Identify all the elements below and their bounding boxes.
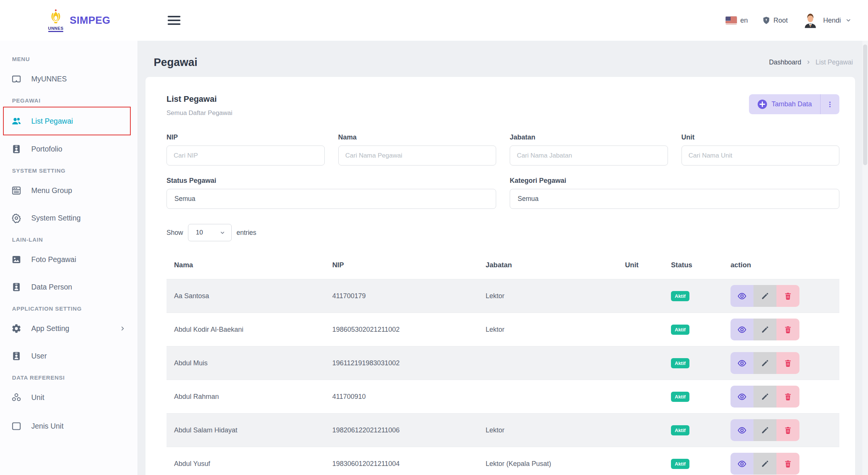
pencil-icon [761,292,769,300]
unnes-logo-motto [48,31,63,32]
role-label: Root [773,17,788,25]
edit-button[interactable] [753,386,776,408]
entries-select[interactable]: 10 [188,224,232,241]
card-title: List Pegawai [167,94,232,104]
unnes-emblem-icon [47,9,64,27]
nip-input[interactable] [167,146,325,165]
sidebar-item-user[interactable]: User [11,347,129,365]
sidebar-item-jenis-unit[interactable]: Jenis Unit [11,417,129,435]
main-content: Pegawai Dashboard List Pegawai List Pega… [138,41,868,475]
select-chevron-icon [220,230,225,236]
status-pegawai-select[interactable]: Semua [167,189,496,209]
tambah-data-button[interactable]: Tambah Data [749,94,820,114]
sidebar-item-menu-group[interactable]: Menu Group [11,181,129,199]
cell-nama: Aa Santosa [167,279,325,313]
pencil-icon [761,359,769,368]
delete-button[interactable] [776,419,799,441]
cell-status: Aktif [663,279,723,313]
sidebar: MENUMyUNNESPEGAWAIList PegawaiPortofolio… [0,41,138,475]
view-button[interactable] [730,453,753,475]
delete-button[interactable] [776,453,799,475]
sidebar-item-label: MyUNNES [31,75,67,83]
sidebar-item-unit[interactable]: Unit [11,388,129,406]
card-subtitle: Semua Daftar Pegawai [167,109,232,117]
cell-jabatan: Lektor [478,279,617,313]
cell-jabatan: Lektor (Kepala Pusat) [478,447,617,475]
id-badge-icon [11,282,21,292]
entries-label: entries [237,229,257,237]
jabatan-label: Jabatan [510,133,668,141]
nama-input[interactable] [338,146,497,165]
delete-button[interactable] [776,352,799,374]
eye-icon [737,359,747,368]
trash-icon [784,392,792,401]
pencil-icon [761,392,769,401]
cell-nip: 411700910 [325,380,478,414]
user-menu[interactable]: Hendi [802,12,851,29]
sidebar-toggle-button[interactable] [168,16,180,25]
users-icon [11,116,21,126]
table-row-abdul-kodir-al-baekani: Abdul Kodir Al-Baekani198605302021211002… [167,313,839,346]
sidebar-item-label: Foto Pegawai [31,255,76,264]
delete-button[interactable] [776,285,799,307]
edit-button[interactable] [753,419,776,441]
sidebar-item-myunnes[interactable]: MyUNNES [11,70,129,88]
filter-row: NIP Nama Jabatan Unit [167,133,839,165]
eye-icon [737,459,747,469]
more-options-button[interactable] [821,94,839,114]
sidebar-item-foto-pegawai[interactable]: Foto Pegawai [11,250,129,268]
id-badge-icon [11,144,21,154]
sidebar-item-app-setting[interactable]: App Setting [11,319,129,337]
header-right: en Root [726,12,851,29]
pencil-icon [761,325,769,334]
column-header-nip: NIP [325,254,478,279]
nama-label: Nama [338,133,497,141]
sidebar-item-list-pegawai[interactable]: List Pegawai [3,107,131,135]
view-button[interactable] [730,386,753,408]
status-badge: Aktif [671,392,689,402]
cell-action [723,279,839,313]
chevron-down-icon [845,17,851,23]
delete-button[interactable] [776,386,799,408]
sidebar-section-label-application-setting: APPLICATION SETTING [12,305,129,312]
jabatan-input[interactable] [510,146,668,165]
sidebar-item-data-person[interactable]: Data Person [11,278,129,296]
status-pegawai-label: Status Pegawai [167,177,496,185]
sidebar-item-portofolio[interactable]: Portofolio [11,140,129,158]
language-selector[interactable]: en [726,17,748,25]
tambah-data-label: Tambah Data [772,100,812,108]
cell-nip: 198605302021211002 [325,313,478,346]
edit-button[interactable] [753,352,776,374]
sidebar-item-system-setting[interactable]: System Setting [11,209,129,227]
breadcrumb-current: List Pegawai [816,58,853,66]
edit-button[interactable] [753,453,776,475]
column-header-status: Status [663,254,723,279]
view-button[interactable] [730,419,753,441]
unnes-logo-text: UNNES [48,26,63,31]
cell-nip: 196112191983031002 [325,346,478,380]
table-body: Aa Santosa411700179LektorAktifAbdul Kodi… [167,279,839,475]
edit-button[interactable] [753,319,776,340]
cell-unit [617,447,663,475]
card-actions: Tambah Data [749,94,839,114]
sidebar-item-label: List Pegawai [31,117,73,126]
view-button[interactable] [730,352,753,374]
app-root: UNNES SIMPEG en Root [0,0,868,475]
show-label: Show [167,229,183,237]
breadcrumb-dashboard[interactable]: Dashboard [769,58,801,66]
brand: UNNES SIMPEG [47,9,110,32]
cell-status: Aktif [663,346,723,380]
kategori-pegawai-select[interactable]: Semua [510,189,839,209]
status-badge: Aktif [671,425,689,435]
view-button[interactable] [730,285,753,307]
delete-button[interactable] [776,319,799,340]
sidebar-section-label-system-setting: SYSTEM SETTING [12,167,129,174]
edit-button[interactable] [753,285,776,307]
pegawai-table: NamaNIPJabatanUnitStatusaction Aa Santos… [167,254,839,475]
cell-unit [617,380,663,414]
page-scrollbar[interactable] [862,41,868,475]
top-header: UNNES SIMPEG en Root [0,0,868,41]
unit-input[interactable] [682,146,840,165]
cell-nip: 198306012021211004 [325,447,478,475]
view-button[interactable] [730,319,753,340]
